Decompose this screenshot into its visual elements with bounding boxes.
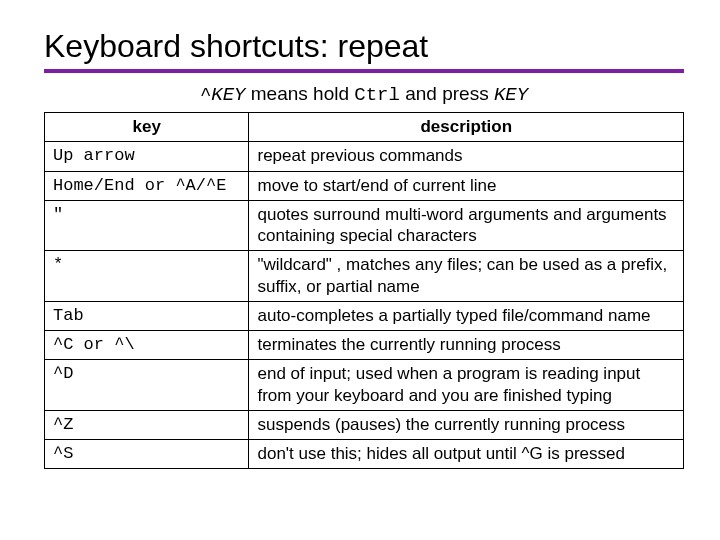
key-cell: * — [45, 251, 249, 302]
key-cell: Tab — [45, 301, 249, 330]
key-cell: ^Z — [45, 410, 249, 439]
subtitle-key1: KEY — [211, 84, 245, 106]
desc-cell: auto-completes a partially typed file/co… — [249, 301, 684, 330]
key-cell: Home/End or ^A/^E — [45, 171, 249, 200]
desc-cell: repeat previous commands — [249, 142, 684, 171]
desc-cell: suspends (pauses) the currently running … — [249, 410, 684, 439]
desc-cell: quotes surround multi-word arguments and… — [249, 200, 684, 251]
table-row: Tab auto-completes a partially typed fil… — [45, 301, 684, 330]
desc-cell: terminates the currently running process — [249, 331, 684, 360]
key-cell: Up arrow — [45, 142, 249, 171]
table-row: * "wildcard" , matches any files; can be… — [45, 251, 684, 302]
slide: Keyboard shortcuts: repeat ^KEY means ho… — [0, 0, 720, 489]
desc-cell: move to start/end of current line — [249, 171, 684, 200]
desc-cell: end of input; used when a program is rea… — [249, 360, 684, 411]
title-underline — [44, 69, 684, 73]
subtitle-key2: KEY — [494, 84, 528, 106]
shortcuts-table: key description Up arrow repeat previous… — [44, 112, 684, 469]
subtitle-mid: means hold — [246, 83, 355, 104]
table-row: ^S don't use this; hides all output unti… — [45, 440, 684, 469]
key-cell: ^D — [45, 360, 249, 411]
table-header-row: key description — [45, 113, 684, 142]
desc-cell: don't use this; hides all output until ^… — [249, 440, 684, 469]
table-row: Up arrow repeat previous commands — [45, 142, 684, 171]
key-cell: ^S — [45, 440, 249, 469]
col-header-description: description — [249, 113, 684, 142]
table-row: ^Z suspends (pauses) the currently runni… — [45, 410, 684, 439]
col-header-key: key — [45, 113, 249, 142]
key-cell: ^C or ^\ — [45, 331, 249, 360]
subtitle-and: and press — [400, 83, 494, 104]
subtitle-ctrl: Ctrl — [354, 84, 400, 106]
desc-cell: "wildcard" , matches any files; can be u… — [249, 251, 684, 302]
key-cell: " — [45, 200, 249, 251]
subtitle: ^KEY means hold Ctrl and press KEY — [44, 83, 684, 106]
table-row: ^C or ^\ terminates the currently runnin… — [45, 331, 684, 360]
page-title: Keyboard shortcuts: repeat — [44, 28, 684, 65]
table-row: Home/End or ^A/^E move to start/end of c… — [45, 171, 684, 200]
subtitle-caret: ^ — [200, 84, 211, 106]
table-row: ^D end of input; used when a program is … — [45, 360, 684, 411]
table-row: " quotes surround multi-word arguments a… — [45, 200, 684, 251]
